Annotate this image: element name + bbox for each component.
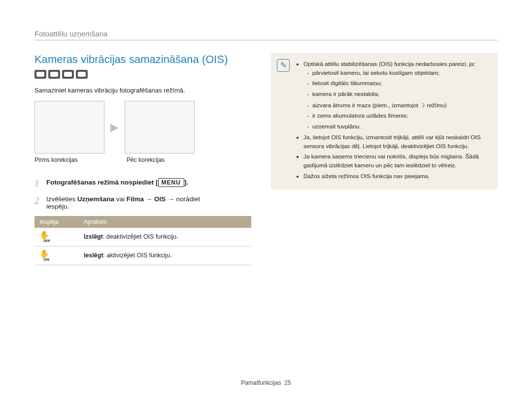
- before-caption: Pirms korekcijas: [34, 156, 103, 163]
- page-title: Kameras vibrācijas samazināšana (OIS): [34, 53, 251, 66]
- arrow-right-icon: ▶: [110, 121, 119, 134]
- menu-button-icon: MENU: [158, 178, 184, 187]
- ois-on-icon: OIS: [39, 250, 52, 260]
- note-item: Optiskā attēlu stabilizēšanas (OIS) funk…: [303, 60, 489, 131]
- page-footer: Pamatfunkcijas 25: [0, 379, 532, 386]
- step-number: 2: [34, 195, 46, 210]
- table-row: OFF Izslēgt: deaktivizējiet OIS funkciju…: [34, 228, 251, 247]
- compare-row: ▶: [34, 101, 251, 154]
- before-image: [34, 101, 104, 154]
- section-header: Fotoattēlu uzņemšana: [34, 30, 498, 40]
- table-row: OIS Ieslēgt: aktivizējiet OIS funkciju.: [34, 246, 251, 265]
- ois-off-icon: OFF: [39, 231, 52, 241]
- after-image: [125, 101, 195, 154]
- mode-icons: [34, 70, 251, 79]
- note-box: ✎ Optiskā attēlu stabilizēšanas (OIS) fu…: [271, 53, 498, 189]
- note-item: Ja, lietojot OIS funkciju, izmantosit tr…: [303, 133, 489, 151]
- step-1-text: Fotografēšanas režīmā nospiediet [MENU].: [46, 178, 251, 189]
- options-table: Iespēja Apraksts OFF Izslēgt: deaktivizē…: [34, 216, 251, 265]
- step-2-text: Izvēlieties Uzņemšana vai Filma → OIS → …: [46, 195, 251, 210]
- col-description: Apraksts: [79, 216, 251, 228]
- note-item: Dažos sižeta režīmos OIS funkcija nav pi…: [303, 172, 489, 181]
- note-item: Ja kamera saņems triecienu vai nokritīs,…: [303, 153, 489, 170]
- step-number: 1: [34, 178, 46, 189]
- after-caption: Pēc korekcijas: [127, 156, 196, 163]
- lead-text: Samaziniet kameras vibrāciju fotografēša…: [34, 87, 251, 94]
- note-icon: ✎: [277, 59, 290, 72]
- col-option: Iespēja: [34, 216, 79, 228]
- moon-icon: ☽: [420, 102, 425, 109]
